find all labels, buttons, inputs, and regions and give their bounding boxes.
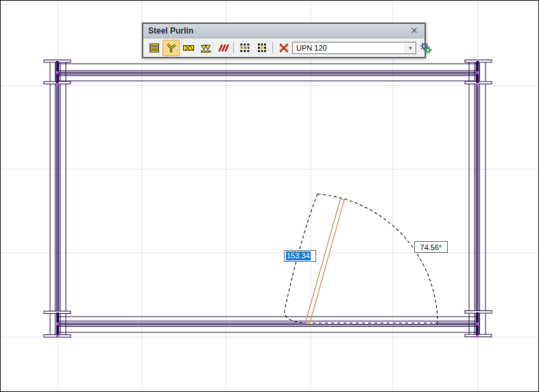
purlin-field-dense-icon [239,42,251,54]
canvas-grid [1,1,539,392]
angle-preview-arc [318,194,438,326]
toolbar-separator [233,42,234,53]
purlin-hatch-button[interactable] [214,40,231,56]
drawing-canvas[interactable] [1,1,539,392]
create-purlin-button[interactable] [163,40,180,56]
toolbar-title: Steel Purlin [148,26,407,36]
toolbar-buttons-row: UPN 120 ▾ [143,38,424,57]
profile-combobox-value: UPN 120 [293,44,405,52]
steel-purlin-toolbar-window: Steel Purlin ✕ [142,23,426,58]
length-value: 153.34 [286,252,311,260]
profile-combobox[interactable]: UPN 120 ▾ [292,42,416,54]
column-webs[interactable] [56,61,479,336]
purlin-layout-icon [148,42,160,54]
length-input[interactable]: 153.34 [284,250,316,262]
purlin-hatch-icon [217,42,229,54]
angle-value: 74.56° [420,243,442,252]
purlin-settings-button[interactable] [418,40,434,56]
sag-rods-button[interactable] [197,40,214,56]
purlin-field-single-icon [256,42,268,54]
frame-beams[interactable] [50,62,486,335]
delete-purlin-button[interactable] [275,40,292,56]
toolbar-titlebar[interactable]: Steel Purlin ✕ [143,24,424,38]
toolbar-separator [272,42,273,53]
selection-grips[interactable] [56,71,479,338]
purlin-settings-gears-icon [419,41,433,55]
close-icon[interactable]: ✕ [407,25,421,37]
chevron-down-icon[interactable]: ▾ [405,42,416,53]
purlin-layout-button[interactable] [145,40,163,56]
column-flanges[interactable] [44,60,492,338]
purlin-bracing-button[interactable] [180,40,197,56]
purlin-bracing-icon [182,42,195,54]
purlin-field-single-button[interactable] [253,40,270,56]
create-purlin-icon [165,42,178,54]
purlin-field-dense-button[interactable] [236,40,253,56]
angle-input[interactable]: 74.56° [414,241,448,253]
delete-purlin-icon [278,42,290,54]
sag-rods-icon [200,42,212,54]
cad-application-canvas: 153.34 74.56° Steel Purlin ✕ [0,0,539,392]
